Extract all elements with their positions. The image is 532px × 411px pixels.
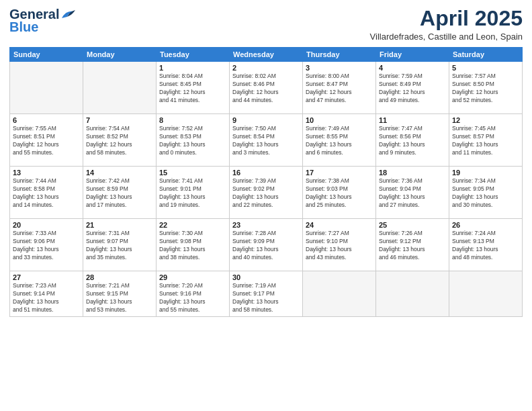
calendar-cell: 11Sunrise: 7:47 AMSunset: 8:56 PMDayligh… [376, 114, 449, 167]
calendar-cell: 28Sunrise: 7:21 AMSunset: 9:15 PMDayligh… [83, 271, 157, 317]
calendar-cell: 4Sunrise: 7:59 AMSunset: 8:49 PMDaylight… [376, 62, 449, 114]
day-number: 27 [13, 273, 80, 281]
day-number: 3 [306, 64, 373, 72]
logo-bird-icon [60, 9, 75, 19]
calendar-cell: 2Sunrise: 8:02 AMSunset: 8:46 PMDaylight… [230, 62, 303, 114]
calendar-cell: 26Sunrise: 7:24 AMSunset: 9:13 PMDayligh… [449, 219, 523, 271]
day-number: 19 [452, 169, 519, 177]
calendar-cell: 9Sunrise: 7:50 AMSunset: 8:54 PMDaylight… [230, 114, 303, 167]
day-number: 29 [159, 273, 226, 281]
day-info: Sunrise: 8:04 AMSunset: 8:45 PMDaylight:… [159, 73, 226, 105]
calendar-cell [449, 271, 523, 317]
day-info: Sunrise: 7:38 AMSunset: 9:03 PMDaylight:… [306, 177, 373, 210]
day-number: 15 [159, 169, 226, 177]
calendar-cell [10, 62, 83, 114]
day-number: 7 [86, 116, 153, 124]
day-info: Sunrise: 7:31 AMSunset: 9:07 PMDaylight:… [86, 230, 153, 262]
day-number: 21 [86, 221, 153, 229]
calendar-cell: 18Sunrise: 7:36 AMSunset: 9:04 PMDayligh… [376, 167, 449, 219]
day-info: Sunrise: 7:42 AMSunset: 8:59 PMDaylight:… [86, 177, 153, 210]
day-info: Sunrise: 7:34 AMSunset: 9:05 PMDaylight:… [452, 177, 519, 210]
day-info: Sunrise: 7:50 AMSunset: 8:54 PMDaylight:… [232, 125, 300, 157]
calendar-cell: 24Sunrise: 7:27 AMSunset: 9:10 PMDayligh… [303, 219, 376, 271]
day-info: Sunrise: 7:54 AMSunset: 8:52 PMDaylight:… [86, 125, 153, 157]
day-info: Sunrise: 7:41 AMSunset: 9:01 PMDaylight:… [159, 177, 226, 210]
day-number: 20 [13, 221, 80, 229]
day-info: Sunrise: 7:49 AMSunset: 8:55 PMDaylight:… [306, 125, 373, 157]
calendar-cell: 15Sunrise: 7:41 AMSunset: 9:01 PMDayligh… [157, 167, 230, 219]
day-info: Sunrise: 7:57 AMSunset: 8:50 PMDaylight:… [452, 73, 519, 105]
day-info: Sunrise: 7:27 AMSunset: 9:10 PMDaylight:… [306, 230, 373, 262]
calendar-cell [303, 271, 376, 317]
day-info: Sunrise: 7:28 AMSunset: 9:09 PMDaylight:… [232, 230, 300, 262]
calendar-cell: 1Sunrise: 8:04 AMSunset: 8:45 PMDaylight… [157, 62, 230, 114]
calendar-cell [376, 271, 449, 317]
calendar-cell: 8Sunrise: 7:52 AMSunset: 8:53 PMDaylight… [157, 114, 230, 167]
day-number: 14 [86, 169, 153, 177]
day-number: 2 [232, 64, 300, 72]
calendar-cell: 22Sunrise: 7:30 AMSunset: 9:08 PMDayligh… [157, 219, 230, 271]
calendar-cell: 5Sunrise: 7:57 AMSunset: 8:50 PMDaylight… [449, 62, 523, 114]
day-info: Sunrise: 7:24 AMSunset: 9:13 PMDaylight:… [452, 230, 519, 262]
day-number: 8 [159, 116, 226, 124]
col-monday: Monday [83, 48, 157, 62]
calendar-cell: 29Sunrise: 7:20 AMSunset: 9:16 PMDayligh… [157, 271, 230, 317]
day-number: 12 [452, 116, 519, 124]
col-friday: Friday [376, 48, 449, 62]
day-info: Sunrise: 8:00 AMSunset: 8:47 PMDaylight:… [306, 73, 373, 105]
day-info: Sunrise: 7:47 AMSunset: 8:56 PMDaylight:… [379, 125, 446, 157]
col-tuesday: Tuesday [157, 48, 230, 62]
location-title: Villardefrades, Castille and Leon, Spain [370, 32, 523, 42]
title-block: April 2025 Villardefrades, Castille and … [370, 7, 523, 42]
day-number: 11 [379, 116, 446, 124]
logo-text-blue: Blue [9, 19, 38, 35]
day-number: 18 [379, 169, 446, 177]
calendar-cell: 20Sunrise: 7:33 AMSunset: 9:06 PMDayligh… [10, 219, 83, 271]
calendar-cell: 13Sunrise: 7:44 AMSunset: 8:58 PMDayligh… [10, 167, 83, 219]
day-number: 4 [379, 64, 446, 72]
calendar-cell: 19Sunrise: 7:34 AMSunset: 9:05 PMDayligh… [449, 167, 523, 219]
calendar-cell [83, 62, 157, 114]
day-number: 25 [379, 221, 446, 229]
page: General Blue April 2025 Villardefrades, … [0, 0, 532, 411]
day-info: Sunrise: 7:23 AMSunset: 9:14 PMDaylight:… [13, 282, 80, 314]
day-info: Sunrise: 7:39 AMSunset: 9:02 PMDaylight:… [232, 177, 300, 210]
day-number: 10 [306, 116, 373, 124]
day-info: Sunrise: 7:19 AMSunset: 9:17 PMDaylight:… [232, 282, 300, 314]
day-number: 28 [86, 273, 153, 281]
calendar-cell: 23Sunrise: 7:28 AMSunset: 9:09 PMDayligh… [230, 219, 303, 271]
day-number: 13 [13, 169, 80, 177]
day-info: Sunrise: 7:55 AMSunset: 8:51 PMDaylight:… [13, 125, 80, 157]
col-thursday: Thursday [303, 48, 376, 62]
day-info: Sunrise: 7:30 AMSunset: 9:08 PMDaylight:… [159, 230, 226, 262]
col-saturday: Saturday [449, 48, 523, 62]
calendar-cell: 16Sunrise: 7:39 AMSunset: 9:02 PMDayligh… [230, 167, 303, 219]
day-info: Sunrise: 7:26 AMSunset: 9:12 PMDaylight:… [379, 230, 446, 262]
day-info: Sunrise: 7:36 AMSunset: 9:04 PMDaylight:… [379, 177, 446, 210]
day-info: Sunrise: 7:21 AMSunset: 9:15 PMDaylight:… [86, 282, 153, 314]
day-number: 24 [306, 221, 373, 229]
day-info: Sunrise: 7:52 AMSunset: 8:53 PMDaylight:… [159, 125, 226, 157]
calendar-cell: 17Sunrise: 7:38 AMSunset: 9:03 PMDayligh… [303, 167, 376, 219]
day-number: 23 [232, 221, 300, 229]
col-sunday: Sunday [10, 48, 83, 62]
day-number: 17 [306, 169, 373, 177]
calendar-cell: 21Sunrise: 7:31 AMSunset: 9:07 PMDayligh… [83, 219, 157, 271]
header: General Blue April 2025 Villardefrades, … [9, 7, 523, 42]
day-number: 9 [232, 116, 300, 124]
day-info: Sunrise: 7:59 AMSunset: 8:49 PMDaylight:… [379, 73, 446, 105]
calendar-cell: 3Sunrise: 8:00 AMSunset: 8:47 PMDaylight… [303, 62, 376, 114]
calendar-cell: 25Sunrise: 7:26 AMSunset: 9:12 PMDayligh… [376, 219, 449, 271]
calendar-cell: 14Sunrise: 7:42 AMSunset: 8:59 PMDayligh… [83, 167, 157, 219]
day-number: 22 [159, 221, 226, 229]
calendar-cell: 6Sunrise: 7:55 AMSunset: 8:51 PMDaylight… [10, 114, 83, 167]
day-info: Sunrise: 7:44 AMSunset: 8:58 PMDaylight:… [13, 177, 80, 210]
day-info: Sunrise: 7:20 AMSunset: 9:16 PMDaylight:… [159, 282, 226, 314]
day-number: 5 [452, 64, 519, 72]
calendar-header-row: Sunday Monday Tuesday Wednesday Thursday… [10, 48, 523, 62]
day-number: 1 [159, 64, 226, 72]
calendar-cell: 10Sunrise: 7:49 AMSunset: 8:55 PMDayligh… [303, 114, 376, 167]
day-number: 6 [13, 116, 80, 124]
calendar-cell: 27Sunrise: 7:23 AMSunset: 9:14 PMDayligh… [10, 271, 83, 317]
calendar-table: Sunday Monday Tuesday Wednesday Thursday… [9, 47, 523, 317]
